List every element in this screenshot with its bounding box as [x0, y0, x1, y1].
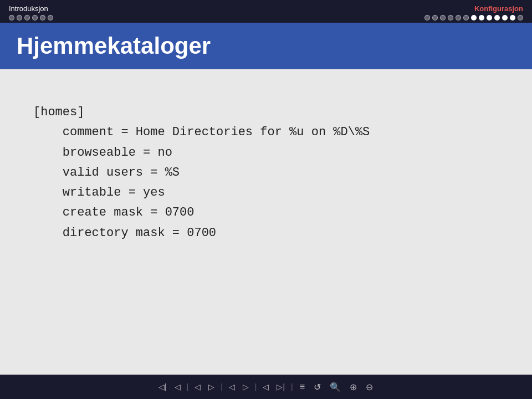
rdot-6 — [463, 15, 469, 21]
rdot-4 — [448, 15, 453, 21]
nav-zoom-out-icon[interactable]: ⊖ — [364, 381, 375, 393]
top-left-section: Introduksjon — [9, 4, 53, 21]
nav-next-section-icon[interactable]: ▷ — [207, 381, 216, 392]
nav-zoom-in-icon[interactable]: ⊕ — [347, 381, 359, 393]
section-title-right: Konfigurasjon — [424, 4, 523, 13]
nav-refresh-icon[interactable]: ↺ — [311, 381, 323, 393]
section-title-left: Introduksjon — [9, 4, 53, 13]
dot-3 — [24, 15, 30, 21]
slide-content: [homes] comment = Home Directories for %… — [0, 69, 532, 377]
nav-prev-item-icon[interactable]: ◁ — [227, 381, 237, 392]
rdot-7 — [471, 15, 477, 21]
nav-prev-section-icon[interactable]: ◁ — [193, 381, 202, 392]
nav-search-icon[interactable]: 🔍 — [328, 381, 343, 393]
rdot-11 — [502, 15, 508, 21]
dot-4 — [32, 15, 38, 21]
progress-dots-right — [424, 15, 523, 21]
nav-first-icon[interactable]: ◁| — [157, 381, 168, 392]
rdot-1 — [424, 15, 430, 21]
top-right-section: Konfigurasjon — [424, 4, 523, 21]
rdot-2 — [432, 15, 438, 21]
rdot-10 — [494, 15, 500, 21]
nav-menu-icon[interactable]: ≡ — [298, 381, 307, 393]
nav-sep-3: | — [255, 382, 257, 391]
dot-1 — [9, 15, 14, 21]
nav-next-item-icon[interactable]: ▷ — [241, 381, 250, 392]
slide-title: Hjemmekataloger — [17, 33, 515, 59]
nav-sep-1: | — [187, 382, 189, 391]
progress-dots-left — [9, 15, 53, 21]
rdot-9 — [487, 15, 492, 21]
rdot-8 — [479, 15, 484, 21]
nav-sep-4: | — [291, 382, 293, 391]
nav-prev-icon[interactable]: ◁ — [173, 381, 182, 392]
rdot-13 — [518, 15, 523, 21]
nav-next-end-icon[interactable]: ▷| — [275, 381, 287, 392]
slide-header: Hjemmekataloger — [0, 23, 532, 69]
code-block: [homes] comment = Home Directories for %… — [33, 103, 499, 243]
rdot-12 — [510, 15, 515, 21]
nav-prev-end-icon[interactable]: ◁ — [261, 381, 270, 392]
rdot-3 — [440, 15, 446, 21]
top-bar: Introduksjon Konfigurasjon — [0, 0, 532, 23]
dot-6 — [48, 15, 53, 21]
dot-2 — [17, 15, 22, 21]
nav-sep-2: | — [221, 382, 223, 391]
bottom-navigation: ◁| ◁ | ◁ ▷ | ◁ ▷ | ◁ ▷| | ≡ ↺ 🔍 ⊕ ⊖ — [0, 375, 532, 399]
rdot-5 — [456, 15, 461, 21]
dot-5 — [40, 15, 45, 21]
